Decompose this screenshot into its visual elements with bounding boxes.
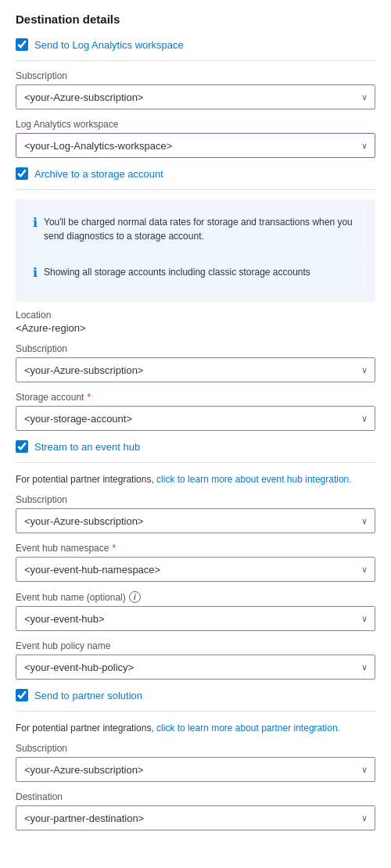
log-analytics-subscription-select[interactable]: <your-Azure-subscription>: [16, 84, 375, 109]
divider-1: [16, 60, 375, 61]
storage-info-box-2: ℹ Showing all storage accounts including…: [23, 257, 368, 288]
storage-info-icon-2: ℹ: [33, 265, 38, 280]
storage-location-value: <Azure-region>: [16, 322, 375, 334]
storage-info-icon-1: ℹ: [33, 215, 38, 230]
storage-info-text-2: Showing all storage accounts including c…: [44, 265, 310, 279]
partner-solution-subscription-select[interactable]: <your-Azure-subscription>: [16, 757, 375, 782]
event-hub-namespace-required: *: [112, 543, 116, 554]
storage-info-text-1: You'll be charged normal data rates for …: [44, 215, 358, 243]
log-analytics-workspace-wrapper: <your-Log-Analytics-workspace> ∨: [16, 133, 375, 158]
event-hub-partner-text: For potential partner integrations, clic…: [16, 472, 375, 486]
storage-account-checkbox[interactable]: [16, 167, 28, 180]
divider-2: [16, 189, 375, 190]
event-hub-name-wrapper: <your-event-hub> ∨: [16, 606, 375, 631]
log-analytics-workspace-select[interactable]: <your-Log-Analytics-workspace>: [16, 133, 375, 158]
storage-subscription-label: Subscription: [16, 343, 375, 354]
partner-solution-destination-label: Destination: [16, 791, 375, 802]
event-hub-namespace-label: Event hub namespace *: [16, 543, 375, 554]
storage-account-label: Archive to a storage account: [34, 168, 163, 180]
partner-solution-destination-wrapper: <your-partner-destination> ∨: [16, 805, 375, 830]
divider-3: [16, 462, 375, 463]
storage-account-select[interactable]: <your-storage-account>: [16, 406, 375, 431]
log-analytics-checkbox[interactable]: [16, 38, 28, 51]
event-hub-policy-label: Event hub policy name: [16, 640, 375, 651]
storage-account-group: Storage account * <your-storage-account>…: [16, 392, 375, 431]
storage-location-group: Location <Azure-region>: [16, 310, 375, 334]
partner-solution-link[interactable]: click to learn more about partner integr…: [156, 723, 340, 733]
storage-account-field-label: Storage account *: [16, 392, 375, 403]
partner-solution-checkbox[interactable]: [16, 689, 28, 701]
log-analytics-label: Send to Log Analytics workspace: [34, 39, 184, 51]
event-hub-partner-link[interactable]: click to learn more about event hub inte…: [156, 474, 351, 485]
storage-info-boxes: ℹ You'll be charged normal data rates fo…: [16, 199, 375, 302]
partner-solution-text-1: For potential partner integrations,: [16, 723, 156, 733]
log-analytics-subscription-group: Subscription <your-Azure-subscription> ∨: [16, 70, 375, 109]
event-hub-subscription-group: Subscription <your-Azure-subscription> ∨: [16, 494, 375, 533]
event-hub-name-label: Event hub name (optional) i: [16, 591, 375, 603]
partner-solution-label: Send to partner solution: [34, 690, 142, 701]
storage-location-label: Location: [16, 310, 375, 321]
partner-solution-destination-select[interactable]: <your-partner-destination>: [16, 805, 375, 830]
storage-subscription-group: Subscription <your-Azure-subscription> ∨: [16, 343, 375, 382]
event-hub-checkbox[interactable]: [16, 440, 28, 453]
partner-solution-destination-group: Destination <your-partner-destination> ∨: [16, 791, 375, 830]
event-hub-partner-text-1: For potential partner integrations,: [16, 474, 156, 485]
storage-subscription-wrapper: <your-Azure-subscription> ∨: [16, 357, 375, 382]
log-analytics-workspace-label: Log Analytics workspace: [16, 119, 375, 130]
storage-info-box-1: ℹ You'll be charged normal data rates fo…: [23, 207, 368, 251]
event-hub-name-group: Event hub name (optional) i <your-event-…: [16, 591, 375, 631]
event-hub-label: Stream to an event hub: [34, 441, 140, 453]
event-hub-namespace-select[interactable]: <your-event-hub-namespace>: [16, 557, 375, 582]
storage-account-wrapper: <your-storage-account> ∨: [16, 406, 375, 431]
partner-solution-subscription-label: Subscription: [16, 743, 375, 754]
log-analytics-workspace-group: Log Analytics workspace <your-Log-Analyt…: [16, 119, 375, 158]
partner-solution-subscription-wrapper: <your-Azure-subscription> ∨: [16, 757, 375, 782]
event-hub-policy-select[interactable]: <your-event-hub-policy>: [16, 655, 375, 680]
event-hub-namespace-group: Event hub namespace * <your-event-hub-na…: [16, 543, 375, 582]
event-hub-subscription-wrapper: <your-Azure-subscription> ∨: [16, 508, 375, 533]
divider-4: [16, 711, 375, 712]
event-hub-subscription-label: Subscription: [16, 494, 375, 505]
event-hub-policy-wrapper: <your-event-hub-policy> ∨: [16, 655, 375, 680]
event-hub-name-info-icon[interactable]: i: [129, 591, 141, 603]
storage-required-star: *: [87, 392, 91, 403]
log-analytics-subscription-wrapper: <your-Azure-subscription> ∨: [16, 84, 375, 109]
event-hub-name-select[interactable]: <your-event-hub>: [16, 606, 375, 631]
event-hub-policy-group: Event hub policy name <your-event-hub-po…: [16, 640, 375, 680]
storage-subscription-select[interactable]: <your-Azure-subscription>: [16, 357, 375, 382]
event-hub-subscription-select[interactable]: <your-Azure-subscription>: [16, 508, 375, 533]
partner-solution-partner-text: For potential partner integrations, clic…: [16, 721, 375, 735]
event-hub-namespace-wrapper: <your-event-hub-namespace> ∨: [16, 557, 375, 582]
partner-solution-subscription-group: Subscription <your-Azure-subscription> ∨: [16, 743, 375, 782]
page-title: Destination details: [16, 13, 375, 26]
log-analytics-subscription-label: Subscription: [16, 70, 375, 81]
